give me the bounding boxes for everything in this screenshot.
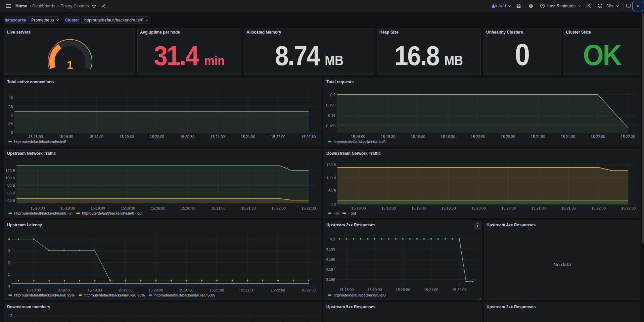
svg-text:80 B: 80 B xyxy=(7,183,15,187)
svg-text:150 B: 150 B xyxy=(326,163,336,167)
svg-text:15:18:00: 15:18:00 xyxy=(352,206,366,210)
svg-text:15:18:30: 15:18:30 xyxy=(381,206,396,210)
svg-text:15:18:30: 15:18:30 xyxy=(59,135,73,139)
svg-text:15:20:30: 15:20:30 xyxy=(179,288,193,292)
svg-text:15:21:30: 15:21:30 xyxy=(241,135,255,139)
svg-text:10: 10 xyxy=(9,96,13,100)
svg-text:15:21:00: 15:21:00 xyxy=(531,135,545,139)
svg-text:15:19:00: 15:19:00 xyxy=(91,206,105,210)
svg-text:40 B: 40 B xyxy=(7,198,15,202)
svg-text:15:21:30: 15:21:30 xyxy=(240,288,255,292)
svg-text:15:20:30: 15:20:30 xyxy=(501,135,515,139)
svg-text:15:18:00: 15:18:00 xyxy=(29,135,43,139)
svg-text:15:22:30: 15:22:30 xyxy=(621,206,636,210)
svg-text:15:19:00: 15:19:00 xyxy=(411,206,426,210)
svg-text:15:20:00: 15:20:00 xyxy=(471,135,485,139)
svg-text:15:21:30: 15:21:30 xyxy=(561,135,575,139)
svg-text:60 B: 60 B xyxy=(7,191,15,195)
svg-text:3: 3 xyxy=(8,249,10,253)
svg-text:15:21:30: 15:21:30 xyxy=(561,206,576,210)
svg-text:15:20:00: 15:20:00 xyxy=(148,288,163,292)
svg-text:0.197: 0.197 xyxy=(326,267,335,271)
svg-text:1: 1 xyxy=(8,272,10,276)
svg-text:0: 0 xyxy=(11,131,13,135)
svg-text:15:21:30: 15:21:30 xyxy=(241,206,256,210)
svg-text:2: 2 xyxy=(10,314,12,318)
svg-text:0.196: 0.196 xyxy=(326,277,335,281)
svg-text:1: 1 xyxy=(67,59,73,71)
svg-text:0.2: 0.2 xyxy=(330,237,335,241)
svg-text:15:19:30: 15:19:30 xyxy=(118,288,133,292)
svg-text:15:19:00: 15:19:00 xyxy=(411,135,425,139)
svg-text:0 B: 0 B xyxy=(330,202,336,206)
svg-text:15:21:00: 15:21:00 xyxy=(211,206,226,210)
svg-text:15:19:30: 15:19:30 xyxy=(121,206,135,210)
svg-text:120 B: 120 B xyxy=(5,169,15,173)
svg-text:15:20:30: 15:20:30 xyxy=(181,206,195,210)
svg-text:15:22:00: 15:22:00 xyxy=(271,206,286,210)
svg-text:15:21:00: 15:21:00 xyxy=(424,288,438,292)
svg-text:2: 2 xyxy=(8,261,10,265)
svg-text:15:19:00: 15:19:00 xyxy=(89,135,103,139)
svg-text:15:22:30: 15:22:30 xyxy=(302,206,316,210)
svg-text:15:22:00: 15:22:00 xyxy=(271,288,285,292)
svg-text:0.2: 0.2 xyxy=(330,93,335,97)
svg-text:15:22:00: 15:22:00 xyxy=(591,206,606,210)
svg-text:15:18:30: 15:18:30 xyxy=(381,135,395,139)
svg-text:15:22:00: 15:22:00 xyxy=(271,135,285,139)
svg-text:100 B: 100 B xyxy=(326,176,336,180)
svg-text:15:20:30: 15:20:30 xyxy=(180,135,194,139)
svg-text:15:19:30: 15:19:30 xyxy=(120,135,134,139)
svg-text:50 B: 50 B xyxy=(328,189,336,193)
svg-text:15:18:00: 15:18:00 xyxy=(31,206,45,210)
svg-text:7.5: 7.5 xyxy=(8,104,13,108)
svg-text:15:22:00: 15:22:00 xyxy=(591,135,605,139)
svg-text:15:21:00: 15:21:00 xyxy=(210,288,224,292)
svg-text:15:20:00: 15:20:00 xyxy=(151,206,165,210)
svg-text:15:22:30: 15:22:30 xyxy=(621,135,635,139)
svg-text:15:21:00: 15:21:00 xyxy=(531,206,546,210)
svg-text:15:20:30: 15:20:30 xyxy=(501,206,516,210)
svg-text:15:21:00: 15:21:00 xyxy=(211,135,225,139)
svg-text:4: 4 xyxy=(8,237,10,241)
svg-text:15:18:00: 15:18:00 xyxy=(339,288,354,292)
svg-text:15:20:00: 15:20:00 xyxy=(471,206,486,210)
svg-text:15:20:00: 15:20:00 xyxy=(396,288,410,292)
svg-text:2.5: 2.5 xyxy=(8,122,13,126)
svg-text:15:19:30: 15:19:30 xyxy=(441,135,455,139)
svg-text:0.19: 0.19 xyxy=(328,113,335,118)
svg-text:15:19:00: 15:19:00 xyxy=(367,288,382,292)
svg-text:15:22:30: 15:22:30 xyxy=(302,135,316,139)
svg-text:5: 5 xyxy=(11,113,13,117)
svg-text:0.198: 0.198 xyxy=(326,257,335,261)
svg-text:0: 0 xyxy=(8,284,10,288)
svg-text:0.199: 0.199 xyxy=(326,247,335,251)
svg-text:0.195: 0.195 xyxy=(326,103,335,107)
svg-text:100 B: 100 B xyxy=(5,176,15,180)
svg-text:15:20:00: 15:20:00 xyxy=(150,135,164,139)
svg-text:15:22:00: 15:22:00 xyxy=(452,288,466,292)
svg-text:0.185: 0.185 xyxy=(326,124,335,128)
svg-text:15:18:30: 15:18:30 xyxy=(57,288,72,292)
svg-text:15:19:30: 15:19:30 xyxy=(441,206,456,210)
svg-text:15:18:00: 15:18:00 xyxy=(351,135,365,139)
svg-text:15:18:30: 15:18:30 xyxy=(60,206,75,210)
svg-text:15:18:00: 15:18:00 xyxy=(27,288,41,292)
svg-text:15:22:30: 15:22:30 xyxy=(301,288,316,292)
svg-text:15:19:00: 15:19:00 xyxy=(88,288,102,292)
